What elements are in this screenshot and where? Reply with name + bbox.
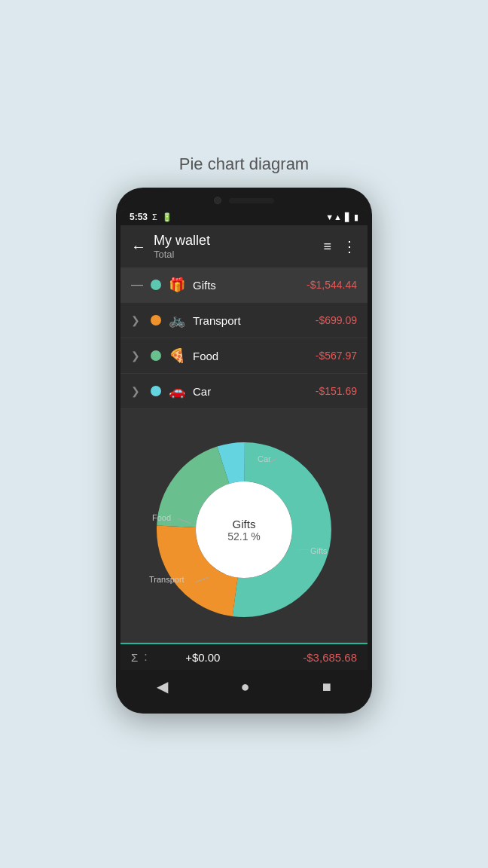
back-nav-button[interactable]: ◀ [157,677,168,695]
more-button[interactable]: ⋮ [342,237,357,255]
chart-label-transport: Transport [149,575,185,584]
center-percent: 52.1 % [227,530,261,542]
status-time: 5:53 [130,212,148,222]
income-value: +$0.00 [154,651,252,664]
car-icon: 🚗 [169,383,185,399]
list-item[interactable]: ❯ 🚲 Transport -$699.09 [120,303,368,338]
list-item[interactable]: — 🎁 Gifts -$1,544.44 [120,267,368,303]
list-item[interactable]: ❯ 🍕 Food -$567.97 [120,338,368,374]
home-nav-button[interactable]: ● [240,678,249,695]
nav-bar: ◀ ● ■ [120,670,368,701]
expand-icon: ❯ [131,385,143,397]
chart-label-gifts: Gifts [310,546,328,555]
back-button[interactable]: ← [131,238,146,255]
speaker [229,198,274,203]
food-label: Food [193,350,308,362]
transport-color-dot [151,315,161,326]
center-category: Gifts [233,518,256,530]
food-amount: -$567.97 [316,350,357,362]
list-item[interactable]: ❯ 🚗 Car -$151.69 [120,374,368,409]
chart-area: Gifts 52.1 % Car Food Transport Gifts [120,409,368,643]
donut-center-label: Gifts 52.1 % [203,488,285,571]
expand-icon: ❯ [131,314,143,326]
car-color-dot [151,386,161,396]
battery-icon: ▮ [354,212,358,222]
chart-label-food: Food [152,513,171,522]
app-subtitle: Total [154,249,210,260]
bottom-bar: Σ : +$0.00 -$3,685.68 [120,643,368,670]
phone-frame: 5:53 Σ 🔋 ▼▲ ▋ ▮ ← My wallet Total ≡ ⋮ [116,188,372,714]
car-amount: -$151.69 [316,385,357,397]
sigma-icon: Σ [152,212,157,222]
car-label: Car [193,385,308,398]
expand-icon: ❯ [131,350,143,362]
food-icon: 🍕 [169,347,185,364]
wifi-icon: ▼▲ [325,212,342,222]
gifts-label: Gifts [193,279,299,292]
camera [214,197,221,204]
app-bar: ← My wallet Total ≡ ⋮ [120,225,368,267]
donut-container: Gifts 52.1 % Car Food Transport Gifts [146,432,342,628]
page-title: Pie chart diagram [179,154,309,174]
app-title: My wallet [154,233,210,249]
gifts-label-line [298,549,309,550]
recent-nav-button[interactable]: ■ [322,678,331,695]
transport-label: Transport [193,314,308,327]
food-color-dot [151,350,161,361]
phone-screen: 5:53 Σ 🔋 ▼▲ ▋ ▮ ← My wallet Total ≡ ⋮ [120,209,368,701]
sigma-symbol: Σ [131,651,138,664]
gifts-icon: 🎁 [169,277,185,293]
expense-value: -$3,685.68 [258,651,357,664]
collapse-icon: — [131,278,143,292]
gifts-color-dot [151,280,161,290]
status-bar: 5:53 Σ 🔋 ▼▲ ▋ ▮ [120,209,368,225]
list-view-button[interactable]: ≡ [323,239,331,255]
battery-save-icon: 🔋 [162,212,172,222]
gifts-amount: -$1,544.44 [307,279,357,291]
transport-icon: 🚲 [169,312,185,329]
transport-amount: -$699.09 [316,314,357,326]
signal-icon: ▋ [345,212,351,222]
separator-symbol: : [144,650,147,664]
category-list: — 🎁 Gifts -$1,544.44 ❯ 🚲 Transport -$699… [120,267,368,409]
